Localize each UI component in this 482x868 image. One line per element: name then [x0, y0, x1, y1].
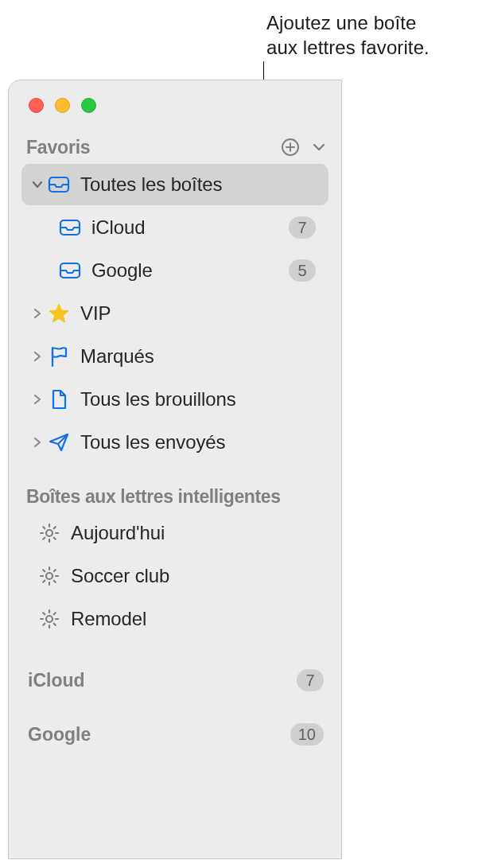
mail-sidebar-window: Favoris — [8, 80, 342, 859]
sidebar-item-label: VIP — [80, 302, 316, 325]
inbox-icon — [56, 261, 84, 280]
callout-annotation: Ajoutez une boîte aux lettres favorite. — [266, 11, 430, 60]
sidebar-item-icloud-inbox[interactable]: iCloud 7 — [21, 207, 328, 248]
sidebar-item-vip[interactable]: VIP — [21, 293, 328, 334]
svg-line-24 — [54, 570, 56, 571]
sidebar-item-all-inboxes[interactable]: Toutes les boîtes — [21, 164, 328, 205]
minimize-window-button[interactable] — [55, 98, 70, 113]
svg-line-15 — [54, 527, 56, 528]
document-icon — [45, 388, 72, 411]
sidebar-item-label: iCloud — [91, 216, 289, 239]
gear-icon — [36, 523, 63, 543]
smart-mailbox-today[interactable]: Aujourd'hui — [21, 512, 328, 554]
chevron-right-icon — [33, 437, 42, 448]
svg-line-14 — [54, 538, 56, 539]
unread-badge: 7 — [289, 216, 316, 239]
sidebar-item-label: Remodel — [71, 608, 316, 630]
add-favorite-button[interactable] — [281, 138, 300, 157]
plus-circle-icon — [281, 138, 300, 157]
svg-point-17 — [46, 573, 52, 579]
chevron-right-icon — [33, 394, 42, 405]
svg-line-22 — [43, 570, 45, 571]
svg-line-33 — [54, 613, 56, 614]
chevron-right-icon — [33, 351, 42, 362]
sidebar-item-label: Soccer club — [71, 565, 316, 587]
star-icon — [45, 302, 72, 325]
disclosure-toggle[interactable] — [29, 394, 45, 405]
window-traffic-lights — [9, 80, 341, 113]
unread-badge: 10 — [290, 723, 324, 745]
sidebar-item-label: Marqués — [80, 345, 316, 368]
svg-line-23 — [54, 581, 56, 582]
svg-point-26 — [46, 616, 52, 622]
gear-icon — [36, 566, 63, 586]
fade-overlay — [9, 811, 341, 858]
sidebar-item-label: Tous les brouillons — [80, 388, 316, 411]
smart-mailbox-remodel[interactable]: Remodel — [21, 598, 328, 640]
svg-line-34 — [43, 624, 45, 625]
favorites-section-header: Favoris — [9, 135, 341, 162]
paperplane-icon — [45, 432, 72, 453]
zoom-window-button[interactable] — [81, 98, 96, 113]
sidebar-item-label: Aujourd'hui — [71, 522, 316, 544]
annotation-line2: aux lettres favorite. — [266, 37, 430, 58]
chevron-down-icon — [311, 139, 327, 155]
unread-badge: 5 — [289, 259, 316, 282]
sidebar-item-google-inbox[interactable]: Google 5 — [21, 250, 328, 291]
svg-line-13 — [43, 527, 45, 528]
disclosure-toggle[interactable] — [29, 179, 45, 190]
account-section-icloud[interactable]: iCloud 7 — [9, 660, 341, 700]
inbox-icon — [56, 218, 84, 237]
account-label: iCloud — [28, 670, 85, 691]
sidebar-item-flagged[interactable]: Marqués — [21, 336, 328, 377]
svg-line-16 — [43, 538, 45, 539]
sidebar-item-label: Google — [91, 259, 289, 282]
chevron-right-icon — [33, 308, 42, 319]
smart-mailboxes-section-header: Boîtes aux lettres intelligentes — [9, 484, 341, 511]
close-window-button[interactable] — [29, 98, 44, 113]
smart-mailboxes-title: Boîtes aux lettres intelligentes — [26, 486, 281, 508]
disclosure-toggle[interactable] — [29, 437, 45, 448]
favorites-title: Favoris — [26, 137, 90, 158]
svg-line-31 — [43, 613, 45, 614]
disclosure-toggle[interactable] — [29, 351, 45, 362]
unread-badge: 7 — [297, 669, 324, 691]
account-section-google[interactable]: Google 10 — [9, 714, 341, 754]
inbox-icon — [45, 175, 72, 194]
sidebar-item-label: Tous les envoyés — [80, 431, 316, 453]
svg-point-8 — [46, 530, 52, 536]
svg-line-25 — [43, 581, 45, 582]
svg-line-32 — [54, 624, 56, 625]
account-label: Google — [28, 724, 91, 745]
sidebar-item-all-drafts[interactable]: Tous les brouillons — [21, 379, 328, 420]
flag-icon — [45, 345, 72, 368]
chevron-down-icon — [32, 179, 43, 190]
disclosure-toggle[interactable] — [29, 308, 45, 319]
sidebar-item-all-sent[interactable]: Tous les envoyés — [21, 422, 328, 463]
favorites-expand-button[interactable] — [311, 139, 327, 155]
sidebar: Favoris — [9, 113, 341, 754]
sidebar-item-label: Toutes les boîtes — [80, 173, 316, 196]
annotation-line1: Ajoutez une boîte — [266, 12, 417, 33]
gear-icon — [36, 609, 63, 629]
smart-mailbox-soccer[interactable]: Soccer club — [21, 555, 328, 597]
